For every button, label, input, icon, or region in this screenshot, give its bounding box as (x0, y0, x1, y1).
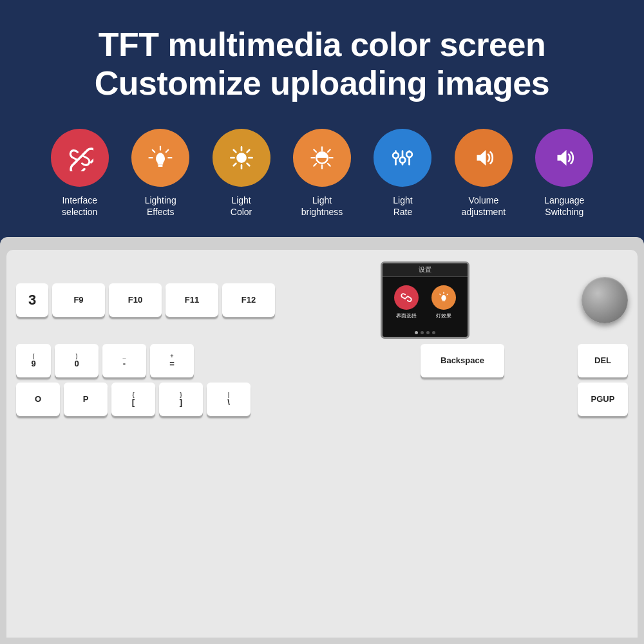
num-key-row: ( 9 ) 0 _ - + = Backspace (16, 344, 628, 377)
svg-line-25 (328, 164, 330, 166)
svg-line-15 (233, 149, 236, 152)
key-f11-label: F11 (185, 296, 199, 304)
key-brace-close[interactable]: } ] (159, 383, 203, 416)
key-p[interactable]: P (64, 383, 108, 416)
feature-lighting-effects: LightingEffects (126, 129, 194, 218)
feature-icon-interface (51, 129, 109, 187)
key-f10-label: F10 (128, 296, 142, 304)
svg-point-10 (236, 153, 247, 163)
feature-volume-adjustment: Volumeadjustment (449, 129, 518, 218)
svg-line-5 (153, 149, 155, 152)
key-pgup-label: PGUP (591, 395, 615, 403)
key-o[interactable]: O (16, 383, 60, 416)
key-f9-label: F9 (73, 296, 83, 304)
tft-bulb-icon (437, 290, 451, 305)
key-del[interactable]: DEL (578, 344, 628, 377)
svg-point-33 (407, 151, 413, 157)
feature-icon-lighting (131, 129, 189, 187)
svg-point-31 (393, 153, 399, 158)
tft-icon1: 界面选择 (394, 285, 419, 319)
feature-label-interface: Interfaceselection (62, 194, 97, 218)
link-icon (66, 144, 93, 171)
feature-label-lighting: LightingEffects (145, 194, 176, 218)
tft-dot3 (426, 331, 430, 334)
volume-icon (470, 144, 497, 171)
tft-title: 设置 (383, 263, 468, 277)
feature-icon-brightness (293, 129, 351, 187)
letter-key-row: O P { [ } ] | \ PGUP (16, 383, 628, 416)
headline-line2: Customize uploading images (95, 64, 549, 102)
features-row: Interfaceselection (39, 129, 605, 218)
keyboard-section: 3 F9 F10 F11 F12 设置 (0, 237, 644, 644)
key-f10[interactable]: F10 (109, 283, 162, 317)
feature-label-color: LightColor (231, 194, 252, 218)
tft-icon1-circle (394, 285, 419, 310)
feature-light-rate: LightRate (368, 129, 437, 218)
svg-line-34 (406, 298, 407, 299)
brightness-icon (308, 144, 336, 171)
tft-label1: 界面选择 (396, 312, 417, 319)
svg-rect-35 (442, 301, 446, 301)
key-underscore[interactable]: _ - (102, 344, 146, 377)
tft-screen: 设置 界面选择 (381, 261, 469, 339)
page-wrapper: TFT multimedia color screen Customize up… (0, 0, 644, 644)
feature-label-brightness: Lightbrightness (301, 194, 343, 218)
tft-dot4 (432, 331, 435, 334)
svg-line-18 (233, 163, 236, 166)
svg-line-37 (447, 294, 448, 295)
tft-dot1 (415, 331, 418, 334)
tft-link-icon (399, 290, 413, 305)
tft-dots (383, 328, 468, 337)
headline: TFT multimedia color screen Customize up… (39, 26, 605, 103)
feature-icon-volume (455, 129, 513, 187)
feature-icon-rate (374, 129, 431, 187)
feature-icon-color (213, 129, 270, 187)
feature-interface-selection: Interfaceselection (45, 129, 114, 218)
svg-line-26 (328, 149, 330, 152)
key-b3-label: 3 (28, 293, 36, 307)
key-f9[interactable]: F9 (52, 283, 105, 317)
svg-line-17 (247, 149, 249, 152)
key-f12[interactable]: F12 (222, 283, 275, 317)
svg-point-32 (400, 157, 406, 163)
fn-key-row: 3 F9 F10 F11 F12 设置 (16, 261, 628, 339)
key-paren-open[interactable]: ( 9 (16, 344, 51, 377)
tft-dot2 (421, 331, 424, 334)
svg-line-3 (166, 149, 169, 152)
key-brace-open[interactable]: { [ (111, 383, 155, 416)
feature-light-color: LightColor (207, 129, 276, 218)
volume-knob[interactable] (582, 277, 628, 323)
bulb-icon (147, 144, 174, 171)
tft-label2: 灯效果 (436, 312, 451, 319)
key-plus[interactable]: + = (150, 344, 194, 377)
key-pipe[interactable]: | \ (207, 383, 251, 416)
svg-line-24 (314, 149, 316, 152)
svg-line-38 (440, 294, 440, 295)
svg-line-16 (247, 163, 249, 166)
key-pgup[interactable]: PGUP (578, 383, 628, 416)
sliders-icon (389, 144, 416, 171)
top-section: TFT multimedia color screen Customize up… (0, 0, 644, 237)
svg-line-27 (314, 164, 316, 166)
tft-content: 界面选择 (383, 277, 468, 328)
key-del-label: DEL (594, 356, 611, 365)
feature-light-brightness: Lightbrightness (287, 129, 356, 218)
svg-rect-7 (158, 162, 164, 164)
language-icon (551, 144, 578, 171)
feature-label-volume: Volumeadjustment (462, 194, 506, 218)
key-backspace[interactable]: Backspace (421, 344, 504, 377)
sun-icon (228, 144, 255, 171)
headline-line1: TFT multimedia color screen (99, 26, 545, 63)
feature-icon-language (535, 129, 593, 187)
feature-language-switching: LanguageSwitching (530, 129, 599, 218)
keyboard-inner: 3 F9 F10 F11 F12 设置 (6, 250, 638, 638)
tft-icon2: 灯效果 (431, 285, 456, 319)
key-f12-label: F12 (242, 296, 256, 304)
key-b3[interactable]: 3 (16, 283, 48, 317)
feature-label-rate: LightRate (393, 194, 412, 218)
key-f11[interactable]: F11 (166, 283, 218, 317)
key-paren-close[interactable]: ) 0 (55, 344, 99, 377)
tft-icon2-circle (431, 285, 456, 310)
key-backspace-label: Backspace (440, 356, 484, 365)
feature-label-language: LanguageSwitching (544, 194, 584, 218)
